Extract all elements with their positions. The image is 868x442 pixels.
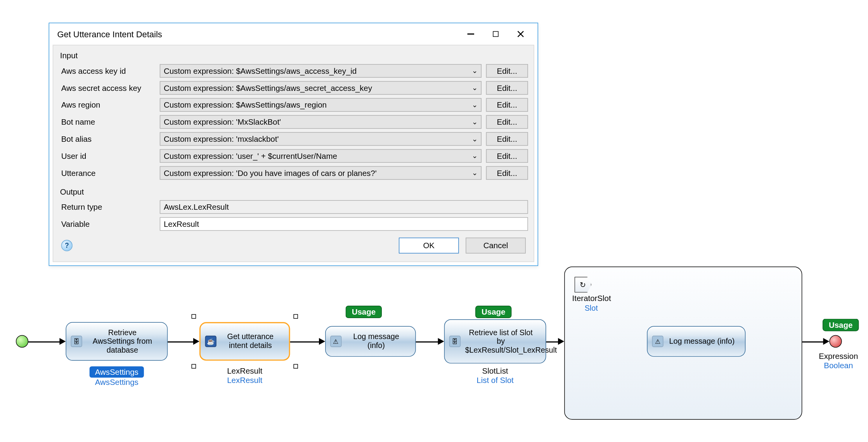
- input-row-aws-access-key-id: Aws access key id Custom expression: $Aw…: [59, 63, 528, 80]
- activity-get-utterance-intent-details[interactable]: ☕ Get utterance intent details: [199, 322, 290, 360]
- output-return-type-field: AwsLex.LexResult: [160, 200, 528, 214]
- selection-handle[interactable]: [191, 314, 196, 319]
- dialog-title: Get Utterance Intent Details: [57, 29, 458, 39]
- flow-arrow: [802, 341, 823, 342]
- variable-name: Expression: [819, 352, 858, 360]
- iterator-name: IteratorSlot: [572, 294, 611, 303]
- arrow-head-icon: [59, 338, 66, 345]
- cancel-button[interactable]: Cancel: [466, 238, 526, 254]
- input-label: User id: [59, 151, 160, 160]
- chevron-down-icon: ⌄: [472, 85, 478, 92]
- edit-button[interactable]: Edit...: [486, 132, 528, 146]
- activity-output-caption: AwsSettings AwsSettings: [66, 366, 168, 387]
- arrow-head-icon: [438, 338, 444, 345]
- loop-icon: ↻: [574, 277, 591, 292]
- arrow-head-icon: [558, 338, 564, 345]
- end-event-caption: Expression Boolean: [787, 352, 868, 370]
- activity-label: Get utterance intent details: [220, 330, 281, 352]
- end-event[interactable]: [829, 335, 842, 348]
- variable-name: SlotList: [482, 366, 508, 375]
- ok-button[interactable]: OK: [399, 238, 459, 254]
- start-event[interactable]: [16, 335, 28, 348]
- database-icon: 🗄: [71, 336, 82, 347]
- iterator-type: Slot: [585, 304, 598, 313]
- iterator-tag[interactable]: ↻: [574, 277, 591, 292]
- variable-type: AwsSettings: [95, 378, 139, 386]
- input-row-user-id: User id Custom expression: 'user_' + $cu…: [59, 148, 528, 165]
- activity-retrieve-awssettings[interactable]: 🗄 Retrieve AwsSettings from database: [66, 322, 168, 360]
- activity-output-caption: LexResult LexResult: [194, 366, 296, 385]
- variable-name: LexResult: [227, 366, 262, 375]
- dialog-footer: ? OK Cancel: [59, 233, 528, 256]
- chevron-down-icon: ⌄: [472, 101, 478, 108]
- edit-button[interactable]: Edit...: [486, 166, 528, 180]
- input-label: Aws region: [59, 100, 160, 109]
- dialog-body: Input Aws access key id Custom expressio…: [53, 45, 534, 262]
- dialog-get-utterance-intent-details: Get Utterance Intent Details Input Aws a…: [49, 23, 538, 266]
- chevron-down-icon: ⌄: [472, 136, 478, 143]
- input-row-utterance: Utterance Custom expression: 'Do you hav…: [59, 164, 528, 181]
- input-label: Utterance: [59, 169, 160, 177]
- output-row-return-type: Return type AwsLex.LexResult: [59, 198, 528, 216]
- activity-log-message-1[interactable]: ⚠ Log message (info): [325, 326, 416, 357]
- chevron-down-icon: ⌄: [472, 68, 478, 75]
- flow-arrow: [416, 341, 438, 342]
- input-value-select[interactable]: Custom expression: 'MxSlackBot' ⌄: [160, 115, 482, 129]
- close-button[interactable]: [508, 27, 533, 41]
- output-row-variable: Variable LexResult: [59, 216, 528, 233]
- edit-button[interactable]: Edit...: [486, 115, 528, 129]
- usage-badge: Usage: [823, 319, 859, 331]
- chevron-down-icon: ⌄: [472, 170, 478, 177]
- input-row-bot-alias: Bot alias Custom expression: 'mxslackbot…: [59, 131, 528, 148]
- help-icon[interactable]: ?: [61, 240, 73, 251]
- usage-badge: Usage: [346, 306, 382, 318]
- flow-arrow: [28, 341, 60, 342]
- input-value-select[interactable]: Custom expression: 'mxslackbot' ⌄: [160, 132, 482, 146]
- edit-button[interactable]: Edit...: [486, 81, 528, 95]
- input-label: Aws access key id: [59, 66, 160, 75]
- activity-label: Log message (info): [667, 335, 737, 348]
- microflow-canvas[interactable]: 🗄 Retrieve AwsSettings from database Aws…: [11, 306, 861, 437]
- input-value-select[interactable]: Custom expression: $AwsSettings/aws_secr…: [160, 81, 482, 95]
- activity-retrieve-slot-list[interactable]: 🗄 Retrieve list of Slot by $LexResult/Sl…: [444, 319, 546, 364]
- activity-label: Log message (info): [345, 330, 407, 352]
- activity-output-caption: SlotList List of Slot: [444, 366, 546, 385]
- input-value-select[interactable]: Custom expression: $AwsSettings/aws_acce…: [160, 64, 482, 78]
- log-icon: ⚠: [330, 336, 341, 347]
- flow-arrow: [290, 341, 320, 342]
- usage-badge: Usage: [475, 306, 511, 318]
- edit-button[interactable]: Edit...: [486, 64, 528, 78]
- section-input-header: Input: [59, 49, 528, 63]
- activity-label: Retrieve list of Slot by $LexResult/Slot…: [464, 326, 538, 357]
- variable-type: LexResult: [227, 376, 262, 385]
- input-value-select[interactable]: Custom expression: 'user_' + $currentUse…: [160, 149, 482, 163]
- edit-button[interactable]: Edit...: [486, 98, 528, 112]
- flow-arrow: [546, 341, 558, 342]
- input-value-select[interactable]: Custom expression: $AwsSettings/aws_regi…: [160, 98, 482, 112]
- input-value-select[interactable]: Custom expression: 'Do you have images o…: [160, 166, 482, 180]
- arrow-head-icon: [193, 338, 199, 345]
- activity-log-message-2[interactable]: ⚠ Log message (info): [647, 326, 745, 357]
- arrow-head-icon: [319, 338, 325, 345]
- section-output-header: Output: [59, 185, 528, 198]
- output-label: Return type: [59, 202, 160, 211]
- arrow-head-icon: [823, 338, 829, 345]
- input-label: Aws secret access key: [59, 84, 160, 92]
- dialog-title-bar[interactable]: Get Utterance Intent Details: [49, 23, 538, 45]
- edit-button[interactable]: Edit...: [486, 149, 528, 163]
- log-icon: ⚠: [652, 336, 663, 347]
- minimize-button[interactable]: [458, 27, 483, 41]
- variable-type: List of Slot: [476, 376, 513, 385]
- output-label: Variable: [59, 219, 160, 228]
- input-row-aws-region: Aws region Custom expression: $AwsSettin…: [59, 96, 528, 113]
- input-label: Bot alias: [59, 134, 160, 143]
- output-variable-field[interactable]: LexResult: [160, 217, 528, 231]
- maximize-button[interactable]: [483, 27, 508, 41]
- variable-type: Boolean: [824, 361, 853, 370]
- chevron-down-icon: ⌄: [472, 118, 478, 125]
- input-row-bot-name: Bot name Custom expression: 'MxSlackBot'…: [59, 113, 528, 131]
- selection-handle[interactable]: [293, 314, 298, 319]
- flow-arrow: [168, 341, 194, 342]
- input-label: Bot name: [59, 117, 160, 126]
- variable-badge: AwsSettings: [89, 366, 144, 378]
